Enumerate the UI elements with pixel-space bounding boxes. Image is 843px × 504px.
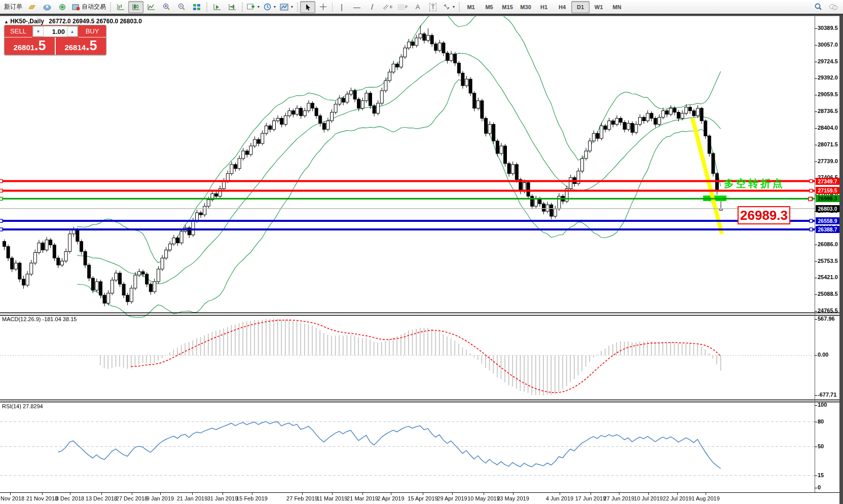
new-order-label: 新订单 [4, 3, 22, 11]
timeframe-button-m1[interactable]: M1 [462, 1, 480, 13]
market-watch-icon[interactable] [24, 1, 40, 13]
date-axis-label: 21 Jan 2019 [177, 495, 208, 501]
volume-increase-button[interactable]: ▲ [67, 26, 78, 36]
signals-icon[interactable] [55, 1, 70, 13]
price-axis-tick: 28736.5 [818, 108, 838, 114]
fibo-sub-label: F [406, 5, 408, 9]
price-callout-label[interactable]: 26989.3 [738, 206, 790, 224]
text-button[interactable]: A [410, 1, 425, 13]
cursor-arrow-icon [305, 4, 311, 11]
chart-shift-button[interactable] [225, 1, 240, 13]
autotrading-label: 自动交易 [82, 3, 106, 11]
periods-button[interactable]: ▾ [262, 1, 278, 13]
auto-scroll-icon [213, 3, 222, 11]
turning-point-annotation[interactable]: 多空转折点 [724, 177, 785, 190]
timeframe-button-mn[interactable]: MN [608, 1, 626, 13]
auto-scroll-button[interactable] [209, 1, 225, 13]
templates-button[interactable]: ▾ [278, 1, 295, 13]
price-axis-tick: 28404.0 [818, 125, 838, 131]
caret-down-icon: ▾ [274, 5, 276, 9]
buy-button[interactable]: BUY [79, 25, 106, 37]
volume-input[interactable] [44, 26, 67, 36]
chat-icon[interactable] [826, 1, 841, 13]
price-axis-tick: 24765.5 [818, 307, 838, 314]
rsi-axis-tick: 100 [818, 402, 827, 408]
line-chart-button[interactable] [143, 1, 159, 13]
sell-button[interactable]: SELL [5, 25, 32, 37]
chart-canvas[interactable] [0, 16, 843, 504]
terminal-window: 新订单 自动交易 ▾ ▾ ▾ | — / E F A T ▾ M1M [0, 0, 843, 504]
timeframe-button-h1[interactable]: H1 [535, 1, 553, 13]
date-axis-label: 17 Jun 2019 [575, 495, 606, 501]
price-line-label: 27349.7 [816, 178, 839, 185]
cursor-button[interactable] [300, 1, 315, 13]
chart-shift-icon [228, 3, 237, 11]
price-axis-tick: 29392.0 [818, 74, 838, 81]
price-axis-tick: 27739.0 [818, 158, 838, 164]
trendline-button[interactable]: / [364, 1, 380, 13]
price-axis-tick: 30057.0 [818, 42, 838, 48]
text-label-button[interactable]: T [425, 1, 441, 13]
collapse-icon[interactable]: ▲ [4, 19, 9, 24]
fibonacci-icon [397, 4, 405, 10]
price-axis-tick: 30389.5 [818, 25, 838, 31]
window-right-edge [839, 16, 843, 504]
volume-decrease-button[interactable]: ▼ [33, 26, 44, 36]
candlestick-chart-button[interactable] [128, 1, 143, 13]
zoom-in-button[interactable] [159, 1, 174, 13]
bar-chart-button[interactable] [113, 1, 128, 13]
trade-panel-price-row: 26801.5 26814.5 [5, 37, 106, 55]
bid-price-label: 26803.0 [816, 205, 839, 212]
chart-window: ▲ HK50-,Daily 26772.0 26949.5 26760.0 26… [0, 16, 843, 504]
line-chart-icon [147, 3, 156, 11]
fibonacci-button[interactable]: F [395, 1, 410, 13]
date-axis-label: 27 Dec 2018 [116, 495, 148, 501]
timeframe-button-m5[interactable]: M5 [480, 1, 498, 13]
horizontal-line-icon: — [353, 3, 360, 11]
timeframe-button-w1[interactable]: W1 [590, 1, 608, 13]
new-order-button[interactable]: 新订单 [2, 1, 24, 13]
timeframe-button-m30[interactable]: M30 [517, 1, 535, 13]
arrows-button[interactable]: ▾ [441, 1, 457, 13]
zoom-out-icon [177, 3, 186, 11]
date-axis-label: 27 Jun 2019 [604, 495, 635, 501]
gold-bar-icon [28, 4, 36, 11]
timeframe-button-m15[interactable]: M15 [498, 1, 517, 13]
timeframe-button-h4[interactable]: H4 [553, 1, 571, 13]
channel-icon [382, 4, 389, 10]
chat-bubbles-icon [829, 4, 838, 11]
date-axis-label: 27 Feb 2019 [286, 495, 318, 501]
date-axis-label: 15 Apr 2019 [408, 495, 437, 501]
crosshair-icon [319, 3, 327, 11]
sell-price[interactable]: 26801.5 [5, 37, 55, 55]
price-line-label: 26388.7 [816, 226, 839, 233]
caret-down-icon: ▾ [453, 5, 455, 9]
magnifier-icon [814, 3, 822, 11]
community-icon[interactable] [40, 1, 55, 13]
template-chart-icon [280, 4, 288, 11]
price-axis-tick: 25421.0 [818, 274, 838, 280]
date-axis-label: 2 Apr 2019 [377, 495, 404, 501]
text-label-icon: T [429, 3, 436, 11]
search-icon[interactable] [811, 1, 826, 13]
toolbar: 新订单 自动交易 ▾ ▾ ▾ | — / E F A T ▾ M1M [0, 0, 843, 14]
clock-icon [264, 3, 271, 11]
buy-price[interactable]: 26814.5 [56, 37, 106, 55]
macd-label: MACD(12.26.9) -181.04 38.15 [2, 316, 77, 322]
zoom-out-button[interactable] [174, 1, 189, 13]
horizontal-line-button[interactable]: — [349, 1, 364, 13]
sell-price-main: 26801 [13, 43, 34, 52]
crosshair-button[interactable] [315, 1, 331, 13]
new-chart-button[interactable]: ▾ [245, 1, 262, 13]
price-axis-tick: 25753.5 [818, 258, 838, 264]
autotrading-button[interactable]: 自动交易 [70, 1, 108, 13]
rsi-label: RSI(14) 27.8294 [2, 403, 43, 409]
tile-windows-button[interactable] [189, 1, 204, 13]
timeframe-button-d1[interactable]: D1 [571, 1, 590, 13]
price-line-label: 27159.5 [816, 187, 839, 194]
channel-button[interactable]: E [380, 1, 395, 13]
date-axis-label: 10 May 2019 [467, 495, 500, 501]
date-axis-label: 9 Jan 2019 [146, 495, 174, 501]
date-axis-label: 21 Nov 2018 [26, 495, 58, 501]
vertical-line-button[interactable]: | [334, 1, 349, 13]
